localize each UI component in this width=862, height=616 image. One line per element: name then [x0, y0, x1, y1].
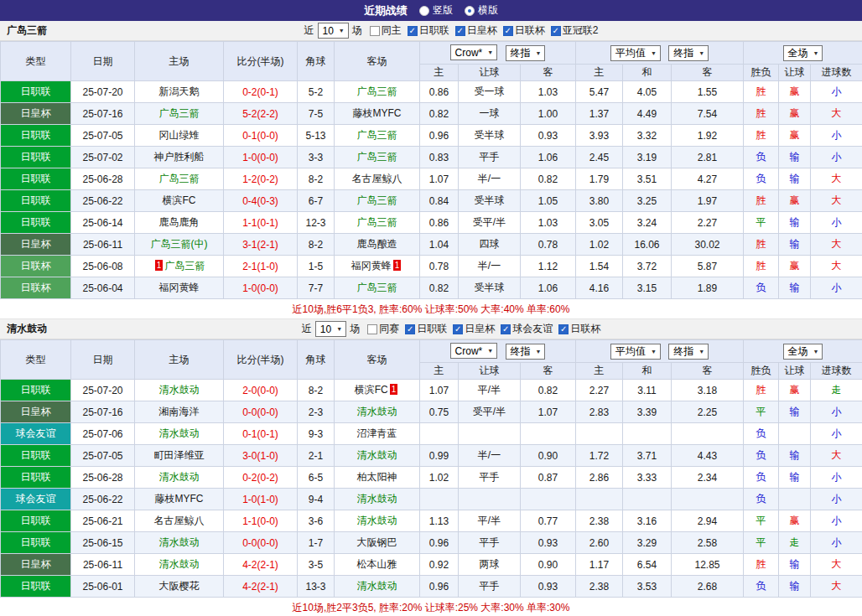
handicap-result-cell: 赢 — [779, 380, 811, 401]
league-type-cell: 日职联 — [1, 532, 71, 554]
radio-label: 竖版 — [433, 3, 453, 18]
team-name-link[interactable]: 清水鼓动 — [357, 493, 397, 505]
team-name-link[interactable]: 广岛三箭 — [357, 129, 397, 141]
odds-away-cell: 0.90 — [521, 445, 576, 467]
subcol-avg-draw: 和 — [623, 363, 672, 380]
match-row: 日职联25-07-05町田泽维亚3-0(1-0)2-1清水鼓动0.99半/一0.… — [1, 445, 862, 467]
goals-result-cell: 小 — [811, 125, 862, 147]
goals-result-cell: 小 — [811, 147, 862, 168]
recent-count-select[interactable]: 10▼ — [315, 321, 346, 337]
team-name-link[interactable]: 名古屋鲸八 — [154, 515, 205, 526]
average-select[interactable]: 平均值▼ — [610, 344, 661, 360]
team-name-link[interactable]: 名古屋鲸八 — [352, 173, 402, 184]
team-name-link[interactable]: 鹿岛酿造 — [357, 238, 397, 250]
team-name-link[interactable]: 福冈黄蜂 — [159, 282, 200, 293]
team-name-link[interactable]: 湘南海洋 — [159, 406, 200, 417]
team-name-link[interactable]: 横滨FC — [355, 384, 388, 396]
team-name-link[interactable]: 广岛三箭 — [357, 194, 397, 206]
team-name-link[interactable]: 广岛三箭 — [159, 173, 200, 184]
team-name-link[interactable]: 柏太阳神 — [357, 471, 397, 483]
team-name-link[interactable]: 横滨FC — [163, 194, 196, 206]
avg-away-cell: 12.85 — [672, 554, 744, 576]
team-name-link[interactable]: 广岛三箭 — [357, 151, 397, 163]
match-date-cell: 25-06-22 — [71, 489, 135, 510]
team-name-link[interactable]: 清水鼓动 — [357, 515, 397, 526]
avg-away-cell: 1.97 — [672, 190, 744, 212]
team-name-link[interactable]: 广岛三箭 — [159, 107, 200, 119]
scope-select[interactable]: 全场▼ — [783, 344, 823, 360]
scope-select[interactable]: 全场▼ — [783, 45, 823, 61]
league-type-cell: 日职联 — [1, 125, 71, 147]
filter-checkbox-日皇杯[interactable]: ✓日皇杯 — [453, 322, 495, 336]
team-name-link[interactable]: 冈山绿雉 — [159, 129, 200, 141]
odds-stage-select[interactable]: 终指▼ — [506, 344, 546, 360]
filter-checkbox-同主[interactable]: 同主 — [370, 23, 402, 38]
team-name-link[interactable]: 藤枝MYFC — [155, 493, 204, 505]
team-name-link[interactable]: 清水鼓动 — [357, 406, 397, 417]
filter-checkbox-日联杯[interactable]: ✓日联杯 — [503, 23, 545, 38]
team-name-link[interactable]: 町田泽维亚 — [154, 449, 205, 461]
filter-checkbox-日皇杯[interactable]: ✓日皇杯 — [455, 23, 497, 38]
handicap-result-cell: 输 — [779, 576, 811, 598]
away-team-cell: 大阪钢巴 — [335, 532, 420, 554]
avg-draw-cell: 3.29 — [623, 532, 672, 554]
recent-count-select[interactable]: 10▼ — [318, 23, 349, 39]
league-type-cell: 球会友谊 — [1, 489, 71, 510]
handicap-cell: 平手 — [459, 532, 521, 554]
average-stage-select[interactable]: 终指▼ — [668, 45, 709, 61]
team-name-link[interactable]: 广岛三箭 — [164, 260, 205, 272]
filter-checkbox-日联杯[interactable]: ✓日联杯 — [558, 322, 600, 336]
odds-provider-select[interactable]: Crow*▼ — [450, 343, 498, 359]
filter-checkbox-日职联[interactable]: ✓日职联 — [405, 322, 447, 336]
league-filter-checkboxes: 同赛✓日职联✓日皇杯✓球会友谊✓日联杯 — [367, 322, 600, 336]
team-name-link[interactable]: 清水鼓动 — [357, 580, 397, 592]
filter-checkbox-球会友谊[interactable]: ✓球会友谊 — [501, 322, 553, 336]
layout-radio-horizontal[interactable]: 横版 — [465, 3, 498, 18]
team-name-link[interactable]: 大阪钢巴 — [357, 536, 397, 548]
home-team-cell: 福冈黄蜂 — [135, 277, 224, 299]
team-name-link[interactable]: 清水鼓动 — [159, 558, 200, 570]
team-name-link[interactable]: 沼津青蓝 — [357, 427, 397, 439]
average-value: 平均值 — [615, 46, 646, 60]
match-date-cell: 25-06-21 — [71, 510, 135, 532]
team-name-link[interactable]: 广岛三箭(中) — [151, 238, 208, 250]
odds-provider-select[interactable]: Crow*▼ — [450, 44, 498, 60]
average-stage-select[interactable]: 终指▼ — [668, 344, 709, 360]
section-header: 清水鼓动 近 10▼ 场 同赛✓日职联✓日皇杯✓球会友谊✓日联杯 — [0, 319, 862, 339]
team-name-link[interactable]: 清水鼓动 — [357, 449, 397, 461]
handicap-cell — [459, 423, 521, 445]
team-name-link[interactable]: 松本山雅 — [357, 558, 397, 570]
team-name-link[interactable]: 新潟天鹅 — [159, 85, 200, 97]
filter-checkbox-日职联[interactable]: ✓日职联 — [408, 23, 449, 38]
team-name-link[interactable]: 大阪樱花 — [159, 580, 200, 592]
checked-checkbox-icon: ✓ — [501, 324, 511, 334]
team-name-link[interactable]: 广岛三箭 — [357, 282, 397, 293]
handicap-result-cell — [779, 423, 811, 445]
odds-away-cell: 1.03 — [521, 81, 576, 103]
match-row: 日皇杯25-07-16湘南海洋0-0(0-0)2-3清水鼓动0.75受平/半1.… — [1, 401, 862, 423]
team-name-link[interactable]: 广岛三箭 — [357, 216, 397, 228]
col-corner: 角球 — [298, 340, 335, 380]
corner-cell: 7-7 — [298, 277, 335, 299]
team-name-link[interactable]: 清水鼓动 — [159, 384, 200, 396]
avg-away-cell: 1.55 — [672, 81, 744, 103]
odds-stage-select[interactable]: 终指▼ — [506, 45, 546, 61]
team-name-link[interactable]: 鹿岛鹿角 — [159, 216, 200, 228]
league-type-cell: 日联杯 — [1, 256, 71, 277]
team-name-link[interactable]: 清水鼓动 — [159, 471, 200, 483]
average-select[interactable]: 平均值▼ — [610, 45, 661, 61]
league-type-cell: 日联杯 — [1, 277, 71, 299]
team-name-link[interactable]: 清水鼓动 — [159, 536, 200, 548]
match-date-cell: 25-07-05 — [71, 445, 135, 467]
team-name-link[interactable]: 清水鼓动 — [159, 427, 200, 439]
goals-result-cell: 小 — [811, 423, 862, 445]
team-name-link[interactable]: 福冈黄蜂 — [351, 260, 392, 272]
filter-checkbox-亚冠联2[interactable]: ✓亚冠联2 — [551, 23, 599, 38]
team-name-link[interactable]: 神户胜利船 — [154, 151, 205, 163]
filter-checkbox-同赛[interactable]: 同赛 — [367, 322, 399, 336]
team-name-link[interactable]: 藤枝MYFC — [353, 107, 402, 119]
avg-draw-cell: 16.06 — [623, 234, 672, 256]
team-name-link[interactable]: 广岛三箭 — [357, 85, 397, 97]
layout-radio-vertical[interactable]: 竖版 — [419, 3, 453, 18]
corner-cell: 5-2 — [298, 81, 335, 103]
